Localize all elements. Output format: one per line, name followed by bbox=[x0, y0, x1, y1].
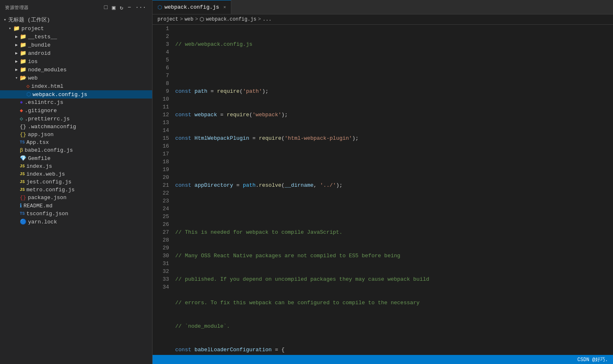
sidebar-item-app-json[interactable]: {} app.json bbox=[0, 131, 152, 139]
code-line-1: // web/webpack.config.js bbox=[175, 40, 605, 48]
code-line-3: const path = require('path'); bbox=[175, 87, 605, 95]
sidebar-header: 资源管理器 □ ▣ ↻ − ··· bbox=[0, 0, 152, 15]
status-right-text: CSDN @好巧. bbox=[578, 356, 608, 363]
code-line-7: const appDirectory = path.resolve(__dirn… bbox=[175, 181, 605, 189]
folder-icon: 📁 bbox=[20, 58, 26, 65]
folder-icon: 📁 bbox=[20, 42, 26, 48]
readme-file-icon: ℹ bbox=[20, 202, 22, 209]
sidebar-item-ios[interactable]: ▶ 📁 ios bbox=[0, 57, 152, 66]
code-line-5: const HtmlWebpackPlugin = require('html-… bbox=[175, 134, 605, 142]
breadcrumb-symbol[interactable]: ... bbox=[263, 16, 272, 22]
tab-close-button[interactable]: × bbox=[223, 5, 226, 10]
breadcrumb-web[interactable]: web bbox=[185, 16, 194, 22]
code-line-14: const babelLoaderConfiguration = { bbox=[175, 346, 605, 354]
sidebar-item-bundle[interactable]: ▶ 📁 _bundle bbox=[0, 41, 152, 49]
line-numbers: 1 2 3 4 5 6 7 8 9 10 11 12 13 14 15 16 1… bbox=[153, 25, 173, 355]
code-line-13: // `node_module`. bbox=[175, 322, 605, 330]
code-editor[interactable]: // web/webpack.config.js const path = re… bbox=[173, 25, 613, 355]
watchman-file-icon: {} bbox=[20, 124, 26, 130]
sidebar-item-metro-config[interactable]: JS metro.config.js bbox=[0, 186, 152, 194]
js-file-icon2: JS bbox=[20, 172, 25, 176]
breadcrumb-file[interactable]: webpack.config.js bbox=[206, 16, 256, 22]
code-line-8 bbox=[175, 205, 605, 213]
package-json-icon: {} bbox=[20, 195, 26, 201]
code-line-10: // Many OSS React Native packages are no… bbox=[175, 252, 605, 260]
js-file-icon: JS bbox=[20, 164, 25, 169]
workspace-label: 无标题 (工作区) bbox=[8, 16, 50, 23]
chevron-down-icon: ▾ bbox=[2, 17, 8, 22]
code-line-4: const webpack = require('webpack'); bbox=[175, 111, 605, 119]
sidebar-item-eslintrc[interactable]: ● .eslintrc.js bbox=[0, 99, 152, 106]
yarn-file-icon: 🔵 bbox=[20, 218, 26, 225]
folder-open-icon: 📂 bbox=[20, 75, 26, 81]
sidebar: 资源管理器 □ ▣ ↻ − ··· ▾ 无标题 (工作区) ▾ 📁 projec… bbox=[0, 0, 153, 364]
sidebar-header-icons: □ ▣ ↻ − ··· bbox=[103, 3, 147, 12]
collapse-icon[interactable]: − bbox=[127, 3, 132, 12]
sidebar-item-index-html[interactable]: ◇ index.html bbox=[0, 82, 152, 90]
more-icon[interactable]: ··· bbox=[134, 3, 147, 12]
refresh-icon[interactable]: ↻ bbox=[119, 3, 124, 12]
sidebar-item-workspace[interactable]: ▾ 无标题 (工作区) bbox=[0, 15, 152, 24]
sidebar-item-babel-config[interactable]: β babel.config.js bbox=[0, 146, 152, 154]
tab-file-icon: ⬡ bbox=[157, 4, 162, 11]
new-folder-icon[interactable]: ▣ bbox=[111, 3, 117, 12]
sidebar-item-prettierrc[interactable]: ◇ .prettierrc.js bbox=[0, 115, 152, 123]
folder-icon: 📁 bbox=[20, 50, 26, 56]
tsconfig-file-icon: TS bbox=[20, 211, 25, 216]
editor-area: ⬡ webpack.config.js × project > web > ⬡ … bbox=[153, 0, 613, 364]
chevron-right-icon: ▶ bbox=[13, 51, 20, 56]
code-line-6 bbox=[175, 158, 605, 166]
tab-label: webpack.config.js bbox=[164, 4, 219, 10]
sidebar-item-index-web-js[interactable]: JS index.web.js bbox=[0, 170, 152, 178]
sidebar-item-node-modules[interactable]: ▶ 📁 node_modules bbox=[0, 66, 152, 74]
eslint-file-icon: ● bbox=[20, 99, 23, 106]
sidebar-item-index-js[interactable]: JS index.js bbox=[0, 162, 152, 170]
tab-bar: ⬡ webpack.config.js × bbox=[153, 0, 613, 14]
breadcrumb-sep3: > bbox=[258, 16, 261, 22]
sidebar-item-project[interactable]: ▾ 📁 project bbox=[0, 24, 152, 33]
status-bar: CSDN @好巧. bbox=[153, 355, 613, 364]
code-container[interactable]: 1 2 3 4 5 6 7 8 9 10 11 12 13 14 15 16 1… bbox=[153, 25, 613, 355]
folder-icon: 📁 bbox=[20, 33, 26, 40]
breadcrumb-project[interactable]: project bbox=[157, 16, 178, 22]
folder-icon: 📁 bbox=[20, 66, 26, 73]
webpack-file-icon: ⬡ bbox=[26, 91, 31, 98]
breadcrumb-sep2: > bbox=[195, 16, 198, 22]
json-file-icon: {} bbox=[20, 132, 26, 138]
breadcrumb-sep1: > bbox=[180, 16, 183, 22]
git-file-icon: ◆ bbox=[20, 107, 23, 114]
sidebar-item-web[interactable]: ▾ 📂 web bbox=[0, 74, 152, 82]
code-line-9: // This is needed for webpack to compile… bbox=[175, 228, 605, 236]
sidebar-item-gemfile[interactable]: 💎 Gemfile bbox=[0, 154, 152, 162]
sidebar-item-app-tsx[interactable]: TS App.tsx bbox=[0, 139, 152, 146]
code-line-2 bbox=[175, 64, 605, 72]
chevron-down-icon: ▾ bbox=[7, 26, 13, 31]
html-file-icon: ◇ bbox=[26, 83, 30, 89]
sidebar-item-watchmanconfig[interactable]: {} .watchmanconfig bbox=[0, 123, 152, 131]
chevron-right-icon: ▶ bbox=[13, 34, 20, 39]
code-line-12: // errors. To fix this webpack can be co… bbox=[175, 299, 605, 307]
sidebar-item-readme[interactable]: ℹ README.md bbox=[0, 202, 152, 210]
sidebar-item-gitignore[interactable]: ◆ .gitignore bbox=[0, 106, 152, 115]
babel-file-icon: β bbox=[20, 147, 23, 153]
chevron-down-icon: ▾ bbox=[13, 75, 20, 80]
breadcrumb: project > web > ⬡ webpack.config.js > ..… bbox=[153, 14, 613, 25]
js-file-icon4: JS bbox=[20, 188, 25, 192]
code-line-11: // published. If you depend on uncompile… bbox=[175, 275, 605, 283]
sidebar-item-tests[interactable]: ▶ 📁 __tests__ bbox=[0, 33, 152, 41]
sidebar-item-android[interactable]: ▶ 📁 android bbox=[0, 49, 152, 57]
js-file-icon3: JS bbox=[20, 180, 25, 184]
sidebar-tree: ▾ 无标题 (工作区) ▾ 📁 project ▶ 📁 __tests__ ▶ … bbox=[0, 15, 152, 364]
chevron-right-icon: ▶ bbox=[13, 67, 20, 72]
sidebar-item-jest-config[interactable]: JS jest.config.js bbox=[0, 178, 152, 186]
sidebar-item-webpack-config[interactable]: ⬡ webpack.config.js bbox=[0, 90, 152, 99]
ts-file-icon: TS bbox=[20, 140, 25, 145]
sidebar-item-yarn-lock[interactable]: 🔵 yarn.lock bbox=[0, 218, 152, 226]
gemfile-icon: 💎 bbox=[20, 155, 26, 162]
tab-webpack-config[interactable]: ⬡ webpack.config.js × bbox=[153, 0, 231, 14]
sidebar-item-tsconfig[interactable]: TS tsconfig.json bbox=[0, 210, 152, 218]
sidebar-title: 资源管理器 bbox=[5, 5, 29, 11]
prettier-file-icon: ◇ bbox=[20, 115, 23, 122]
sidebar-item-package-json[interactable]: {} package.json bbox=[0, 194, 152, 202]
new-file-icon[interactable]: □ bbox=[103, 3, 109, 12]
